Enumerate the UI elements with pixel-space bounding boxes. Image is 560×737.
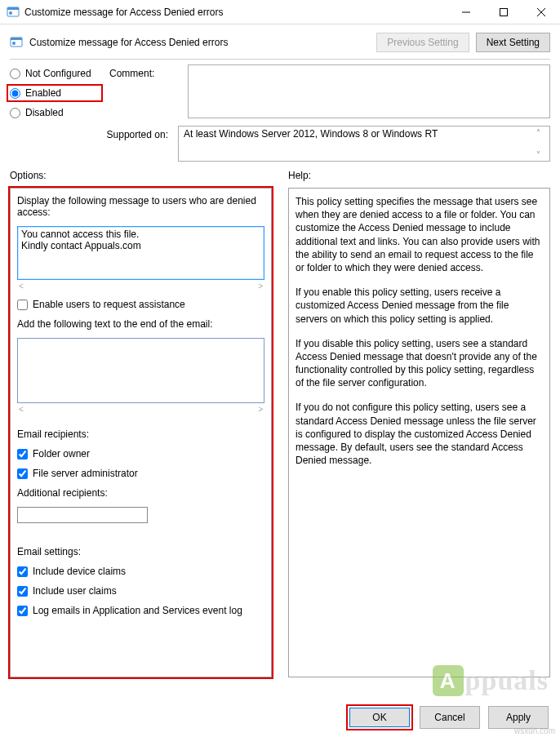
radio-disabled[interactable]: Disabled: [10, 107, 100, 118]
config-row: Not Configured Enabled Disabled Comment:: [0, 60, 560, 121]
apply-button[interactable]: Apply: [488, 706, 549, 729]
enable-assistance-checkbox[interactable]: Enable users to request assistance: [17, 299, 264, 310]
help-paragraph: If you disable this policy setting, user…: [296, 337, 543, 390]
checkbox-label: File server administrator: [33, 468, 138, 479]
checkbox-label: Folder owner: [33, 448, 90, 460]
svg-rect-1: [7, 7, 19, 10]
device-claims-input[interactable]: [17, 566, 28, 577]
bottom-bar: OK Cancel Apply: [0, 698, 560, 737]
enable-assistance-input[interactable]: [17, 300, 28, 310]
checkbox-label: Include device claims: [33, 566, 126, 577]
help-paragraph: If you do not configure this policy sett…: [296, 401, 543, 467]
checkbox-label: Include user claims: [33, 585, 117, 597]
radio-label: Enabled: [25, 87, 61, 99]
cancel-button[interactable]: Cancel: [420, 706, 480, 729]
window-title: Customize message for Access Denied erro…: [24, 7, 447, 18]
help-paragraph: This policy setting specifies the messag…: [296, 195, 543, 274]
radio-enabled-input[interactable]: [10, 88, 20, 99]
email-settings-label: Email settings:: [17, 546, 264, 557]
recipients-label: Email recipients:: [17, 428, 264, 440]
close-button[interactable]: [522, 0, 560, 24]
header-row: Customize message for Access Denied erro…: [0, 24, 560, 55]
ok-button[interactable]: OK: [349, 708, 410, 727]
folder-owner-input[interactable]: [17, 449, 28, 460]
comment-textarea[interactable]: [188, 64, 550, 118]
radio-not-configured[interactable]: Not Configured: [10, 68, 100, 79]
radio-not-configured-input[interactable]: [10, 69, 20, 79]
options-panel: Display the following message to users w…: [10, 188, 272, 677]
display-message-textarea[interactable]: [17, 226, 264, 280]
device-claims-checkbox[interactable]: Include device claims: [17, 566, 264, 577]
minimize-button[interactable]: [447, 0, 485, 24]
title-bar: Customize message for Access Denied erro…: [0, 0, 560, 24]
display-message-label: Display the following message to users w…: [17, 195, 264, 218]
svg-rect-4: [500, 8, 508, 16]
maximize-button[interactable]: [485, 0, 522, 24]
previous-setting-button[interactable]: Previous Setting: [376, 33, 469, 52]
help-header: Help:: [288, 170, 550, 181]
additional-recipients-label: Additional recipients:: [17, 487, 264, 499]
log-emails-input[interactable]: [17, 606, 28, 616]
scroll-hint: <>: [17, 282, 264, 291]
policy-subtitle: Customize message for Access Denied erro…: [29, 37, 376, 48]
svg-rect-8: [11, 38, 22, 40]
radio-label: Not Configured: [25, 68, 91, 79]
source-note: wsxdn.com: [514, 726, 555, 735]
checkbox-label: Enable users to request assistance: [33, 299, 185, 310]
ok-highlight: OK: [348, 706, 411, 729]
help-paragraph: If you enable this policy setting, users…: [296, 286, 543, 326]
watermark: A ppuals: [433, 665, 549, 696]
additional-recipients-input[interactable]: [17, 507, 148, 523]
radio-enabled[interactable]: Enabled: [10, 87, 100, 99]
policy-icon: [7, 6, 20, 19]
radio-disabled-input[interactable]: [10, 108, 20, 118]
supported-box: At least Windows Server 2012, Windows 8 …: [178, 126, 550, 162]
supported-row: Supported on: At least Windows Server 20…: [0, 121, 560, 166]
log-emails-checkbox[interactable]: Log emails in Application and Services e…: [17, 605, 264, 616]
options-header: Options:: [10, 170, 272, 181]
supported-label: Supported on:: [10, 126, 168, 140]
svg-point-2: [9, 11, 12, 15]
watermark-text: ppuals: [465, 665, 549, 696]
server-admin-checkbox[interactable]: File server administrator: [17, 468, 264, 479]
help-panel: This policy setting specifies the messag…: [288, 188, 550, 677]
watermark-icon: A: [433, 665, 464, 696]
supported-value: At least Windows Server 2012, Windows 8 …: [184, 128, 438, 140]
next-setting-button[interactable]: Next Setting: [476, 33, 550, 52]
scrollbar-icon[interactable]: ˄˅: [531, 128, 544, 159]
folder-owner-checkbox[interactable]: Folder owner: [17, 448, 264, 460]
user-claims-input[interactable]: [17, 586, 28, 597]
policy-icon: [10, 36, 23, 49]
scroll-hint: <>: [17, 405, 264, 414]
add-email-textarea[interactable]: [17, 338, 264, 403]
server-admin-input[interactable]: [17, 468, 28, 479]
user-claims-checkbox[interactable]: Include user claims: [17, 585, 264, 597]
svg-point-9: [12, 42, 16, 45]
add-email-label: Add the following text to the end of the…: [17, 318, 264, 330]
checkbox-label: Log emails in Application and Services e…: [33, 605, 242, 616]
radio-label: Disabled: [25, 107, 64, 118]
comment-label: Comment:: [109, 64, 178, 121]
